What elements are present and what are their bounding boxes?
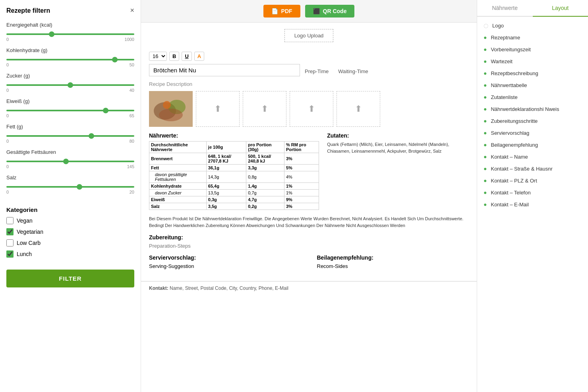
slider-section-2: Zucker (g) 0 40 bbox=[6, 73, 134, 93]
pdf-button[interactable]: 📄 PDF bbox=[263, 5, 300, 17]
serviervorschlag-section: Serviervorschlag: Serving-Suggestion bbox=[149, 254, 301, 269]
eye-icon-15[interactable]: ● bbox=[484, 201, 487, 208]
slider-input-2[interactable] bbox=[6, 84, 134, 86]
category-item-3: Lunch bbox=[6, 250, 134, 258]
table-header-portion: pro Portion (30g) bbox=[246, 142, 284, 153]
layout-item-12: ● Kontakt – Straße & Hausnr bbox=[484, 165, 582, 172]
eye-icon-13[interactable]: ● bbox=[484, 177, 487, 184]
qr-button[interactable]: ⬛ QR Code bbox=[305, 5, 355, 17]
serviervorschlag-title: Serviervorschlag: bbox=[149, 254, 301, 261]
zubereitung-value: Preparation-Steps bbox=[149, 243, 469, 249]
category-label-1: Vegetarian bbox=[17, 229, 43, 235]
category-checkbox-1[interactable] bbox=[6, 228, 14, 235]
table-row: davon gesättigte Fettsäuren 14,3g 0,8g 4… bbox=[149, 171, 319, 183]
category-checkbox-2[interactable] bbox=[6, 239, 14, 246]
recipe-name-input[interactable] bbox=[149, 64, 300, 76]
eye-icon-4[interactable]: ● bbox=[484, 70, 487, 76]
eye-icon-5[interactable]: ● bbox=[484, 82, 487, 88]
slider-range-0: 0 1000 bbox=[6, 37, 134, 42]
slider-container-3 bbox=[6, 107, 134, 113]
category-label-3: Lunch bbox=[17, 251, 32, 257]
eye-icon-14[interactable]: ● bbox=[484, 189, 487, 196]
slider-input-0[interactable] bbox=[6, 33, 134, 35]
layout-item-label-5: Nährwerttabelle bbox=[491, 82, 527, 88]
layout-item-7: ● Nährwertdeklarationshi Nweis bbox=[484, 106, 582, 112]
kategorien-title: Kategorien bbox=[6, 206, 134, 213]
tab-layout[interactable]: Layout bbox=[533, 0, 588, 17]
beilage-section: Beilagenempfehlung: Recom-Sides bbox=[317, 254, 469, 269]
layout-item-label-8: Zubereitungsschritte bbox=[491, 118, 538, 124]
eye-icon-6[interactable]: ● bbox=[484, 94, 487, 100]
table-row: Fett 36,1g 3,3g 5% bbox=[149, 165, 319, 171]
naehr-table: Durchschnittliche Nährwerte je 100g pro … bbox=[149, 141, 319, 210]
slider-range-2: 0 40 bbox=[6, 88, 134, 93]
eye-icon-7[interactable]: ● bbox=[484, 106, 487, 112]
slider-container-4 bbox=[6, 132, 134, 138]
bold-button[interactable]: B bbox=[169, 52, 179, 61]
underline-button[interactable]: U bbox=[182, 52, 191, 61]
category-label-0: Vegan bbox=[17, 217, 33, 224]
slider-container-2 bbox=[6, 81, 134, 87]
slider-input-3[interactable] bbox=[6, 110, 134, 111]
eye-icon-10[interactable]: ● bbox=[484, 142, 487, 148]
image-row: ⬆ ⬆ ⬆ ⬆ bbox=[149, 91, 469, 127]
prep-time-label: Prep-Time bbox=[305, 68, 329, 74]
filter-button[interactable]: FILTER bbox=[6, 270, 134, 287]
kontakt-value: Name, Street, Postal Code, City, Country… bbox=[170, 285, 288, 291]
layout-item-10: ● Beilagenempfehlung bbox=[484, 142, 582, 148]
eye-icon-3[interactable]: ● bbox=[484, 58, 487, 64]
slider-input-6[interactable] bbox=[6, 186, 134, 188]
eye-icon-11[interactable]: ● bbox=[484, 153, 487, 160]
table-row: Salz 3,5g 0,2g 3% bbox=[149, 203, 319, 210]
font-size-select[interactable]: 16121418 bbox=[149, 52, 167, 61]
toolbar: 16121418 B U A bbox=[149, 52, 469, 61]
layout-item-0: ◌ Logo bbox=[484, 22, 582, 29]
close-button[interactable]: × bbox=[130, 6, 134, 15]
layout-item-label-10: Beilagenempfehlung bbox=[491, 142, 538, 148]
eye-icon-12[interactable]: ● bbox=[484, 165, 487, 172]
right-tabs: NährwerteLayout bbox=[477, 0, 588, 17]
slider-label-2: Zucker (g) bbox=[6, 73, 134, 79]
layout-items: ◌ Logo ● Rezeptname ● Vorbereitungszeit … bbox=[477, 17, 588, 219]
slider-input-5[interactable] bbox=[6, 161, 134, 162]
color-button[interactable]: A bbox=[194, 52, 204, 61]
layout-item-2: ● Vorbereitungszeit bbox=[484, 46, 582, 52]
layout-item-label-13: Kontakt – PLZ & Ort bbox=[491, 178, 537, 184]
layout-item-1: ● Rezeptname bbox=[484, 34, 582, 41]
filter-header: Rezepte filtern × bbox=[6, 6, 134, 15]
eye-icon-0[interactable]: ◌ bbox=[484, 22, 488, 29]
category-checkbox-0[interactable] bbox=[6, 217, 14, 224]
eye-icon-8[interactable]: ● bbox=[484, 118, 487, 124]
slider-input-4[interactable] bbox=[6, 135, 134, 137]
image-upload-3[interactable]: ⬆ bbox=[290, 91, 333, 127]
image-upload-1[interactable]: ⬆ bbox=[196, 91, 240, 127]
waiting-time-label: Waiting-Time bbox=[338, 68, 368, 74]
image-upload-4[interactable]: ⬆ bbox=[337, 91, 380, 127]
slider-label-6: Salz bbox=[6, 175, 134, 180]
slider-label-1: Kohlenhydrate (g) bbox=[6, 47, 134, 53]
recipe-description: Recipe Description bbox=[149, 81, 469, 87]
eye-icon-1[interactable]: ● bbox=[484, 34, 487, 41]
slider-section-3: Eiweiß (g) 0 65 bbox=[6, 98, 134, 118]
table-row: Eiweiß 0,3g 4,7g 9% bbox=[149, 196, 319, 203]
category-item-2: Low Carb bbox=[6, 239, 134, 246]
layout-item-label-7: Nährwertdeklarationshi Nweis bbox=[491, 106, 559, 112]
contact-bar: Kontakt: Name, Street, Postal Code, City… bbox=[141, 281, 477, 295]
slider-container-0 bbox=[6, 30, 134, 36]
layout-item-5: ● Nährwerttabelle bbox=[484, 82, 582, 88]
category-checkbox-3[interactable] bbox=[6, 250, 14, 258]
layout-item-11: ● Kontakt – Name bbox=[484, 153, 582, 160]
image-upload-2[interactable]: ⬆ bbox=[243, 91, 286, 127]
layout-item-label-4: Rezeptbeschreibung bbox=[491, 70, 538, 76]
eye-icon-2[interactable]: ● bbox=[484, 46, 487, 52]
slider-label-0: Energiegehalt (kcal) bbox=[6, 22, 134, 28]
table-header-name: Durchschnittliche Nährwerte bbox=[149, 142, 207, 153]
tab-nährwerte[interactable]: Nährwerte bbox=[477, 0, 533, 17]
slider-input-1[interactable] bbox=[6, 59, 134, 60]
slider-label-4: Fett (g) bbox=[6, 124, 134, 130]
main-image[interactable] bbox=[149, 91, 193, 127]
layout-item-label-0: Logo bbox=[492, 23, 504, 29]
eye-icon-9[interactable]: ● bbox=[484, 130, 487, 136]
logo-upload[interactable]: Logo Upload bbox=[284, 29, 334, 42]
zutaten-title: Zutaten: bbox=[327, 132, 469, 139]
